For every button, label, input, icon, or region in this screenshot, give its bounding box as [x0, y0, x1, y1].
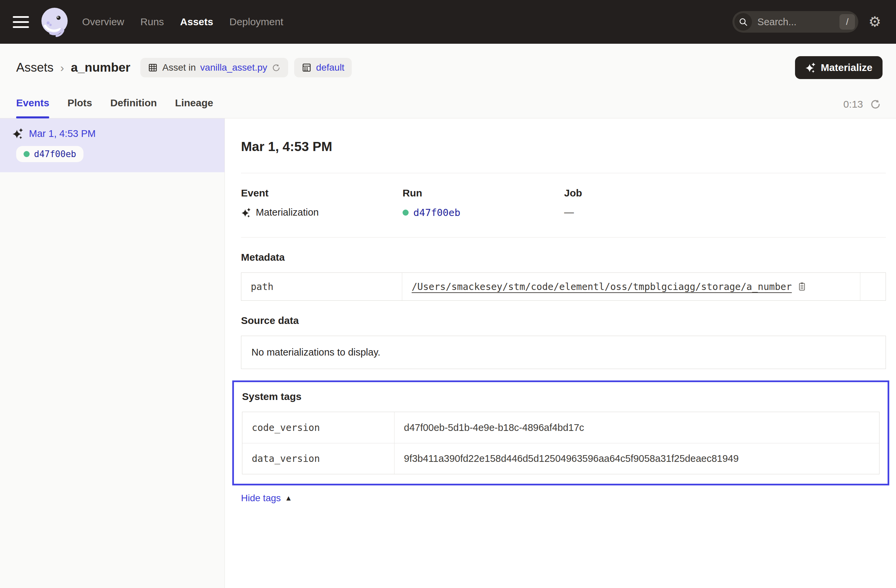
divider	[241, 237, 886, 237]
metadata-path-link[interactable]: /Users/smackesey/stm/code/elementl/oss/t…	[411, 281, 792, 292]
run-column-label: Run	[402, 187, 564, 199]
event-list-item[interactable]: Mar 1, 4:53 PM d47f00eb	[0, 119, 224, 172]
hide-tags-label: Hide tags	[241, 493, 281, 504]
job-value: —	[564, 207, 886, 218]
asset-badge-prefix: Asset in	[162, 62, 196, 73]
nav-runs[interactable]: Runs	[140, 16, 164, 27]
events-sidebar: Mar 1, 4:53 PM d47f00eb	[0, 119, 225, 588]
dagster-logo-icon[interactable]	[39, 6, 70, 37]
search-input[interactable]: Search... /	[732, 11, 858, 33]
metadata-action-cell	[860, 273, 885, 300]
source-data-empty-state: No materializations to display.	[241, 336, 886, 369]
asset-tabs: Events Plots Definition Lineage 0:13	[0, 88, 896, 119]
materialization-sparkle-icon	[12, 128, 24, 139]
job-column-label: Job	[564, 187, 886, 199]
repository-badge[interactable]: default	[294, 58, 352, 77]
metadata-heading: Metadata	[241, 252, 886, 263]
event-column-label: Event	[241, 187, 402, 199]
tab-plots[interactable]: Plots	[67, 97, 92, 118]
breadcrumb-assets-link[interactable]: Assets	[16, 61, 53, 75]
event-detail-panel: Mar 1, 4:53 PM Event Materialization	[225, 119, 896, 588]
refresh-icon[interactable]	[870, 99, 881, 110]
system-tag-key: data_version	[242, 444, 395, 474]
materialization-sparkle-icon	[241, 208, 251, 218]
table-row: data_version 9f3b411a390fd22e158d446d5d1…	[242, 443, 879, 474]
primary-nav: Overview Runs Assets Deployment	[82, 16, 283, 27]
run-status-dot	[402, 210, 408, 216]
tab-definition[interactable]: Definition	[110, 97, 157, 118]
search-icon	[734, 13, 752, 30]
repo-default-link[interactable]: default	[316, 62, 344, 73]
asset-file-link[interactable]: vanilla_asset.py	[200, 62, 267, 73]
table-row: path /Users/smackesey/stm/code/elementl/…	[241, 273, 885, 300]
system-tags-highlight-box: System tags code_version d47f00eb-5d1b-4…	[232, 380, 889, 485]
top-nav-bar: Overview Runs Assets Deployment Search..…	[0, 0, 896, 44]
tab-lineage[interactable]: Lineage	[175, 97, 213, 118]
run-id: d47f00eb	[34, 149, 76, 159]
run-badge[interactable]: d47f00eb	[16, 146, 84, 162]
table-row: code_version d47f00eb-5d1b-4e9e-b18c-489…	[242, 412, 879, 443]
search-placeholder: Search...	[757, 17, 834, 27]
source-data-heading: Source data	[241, 315, 886, 326]
asset-grid-icon	[148, 62, 158, 73]
chevron-right-icon: ›	[60, 61, 64, 74]
asset-name: a_number	[71, 61, 130, 75]
metadata-key: path	[241, 273, 402, 300]
nav-assets[interactable]: Assets	[180, 16, 213, 27]
nav-deployment[interactable]: Deployment	[229, 16, 283, 27]
hide-tags-link[interactable]: Hide tags ▲	[241, 493, 292, 504]
asset-definition-badge[interactable]: Asset in vanilla_asset.py	[140, 58, 288, 77]
run-status-dot	[24, 151, 30, 157]
breadcrumb: Assets › a_number	[16, 61, 130, 75]
event-timestamp: Mar 1, 4:53 PM	[29, 128, 96, 139]
asset-header: Assets › a_number Asset in vanilla_asset…	[0, 44, 896, 88]
system-tag-key: code_version	[242, 412, 395, 443]
system-tag-value: 9f3b411a390fd22e158d446d5d12504963596aa6…	[395, 444, 879, 474]
copy-icon[interactable]	[797, 282, 806, 291]
event-type-value: Materialization	[256, 207, 319, 218]
menu-icon[interactable]	[13, 16, 29, 28]
sparkle-icon	[805, 62, 816, 73]
materialize-label: Materialize	[821, 62, 872, 73]
metadata-table: path /Users/smackesey/stm/code/elementl/…	[241, 272, 886, 301]
event-detail-title: Mar 1, 4:53 PM	[241, 139, 886, 154]
run-id-link[interactable]: d47f00eb	[413, 207, 460, 218]
system-tags-table: code_version d47f00eb-5d1b-4e9e-b18c-489…	[242, 412, 879, 474]
search-shortcut-key: /	[840, 14, 855, 30]
refresh-countdown: 0:13	[844, 99, 863, 110]
system-tags-heading: System tags	[242, 391, 879, 402]
reload-icon[interactable]	[272, 63, 281, 72]
system-tag-value: d47f00eb-5d1b-4e9e-b18c-4896af4bd17c	[395, 412, 879, 443]
repo-grid-icon	[302, 62, 312, 73]
gear-icon[interactable]: ⚙	[869, 15, 881, 29]
materialize-button[interactable]: Materialize	[795, 56, 882, 79]
caret-up-icon: ▲	[285, 494, 292, 503]
nav-overview[interactable]: Overview	[82, 16, 124, 27]
tab-events[interactable]: Events	[16, 97, 49, 118]
